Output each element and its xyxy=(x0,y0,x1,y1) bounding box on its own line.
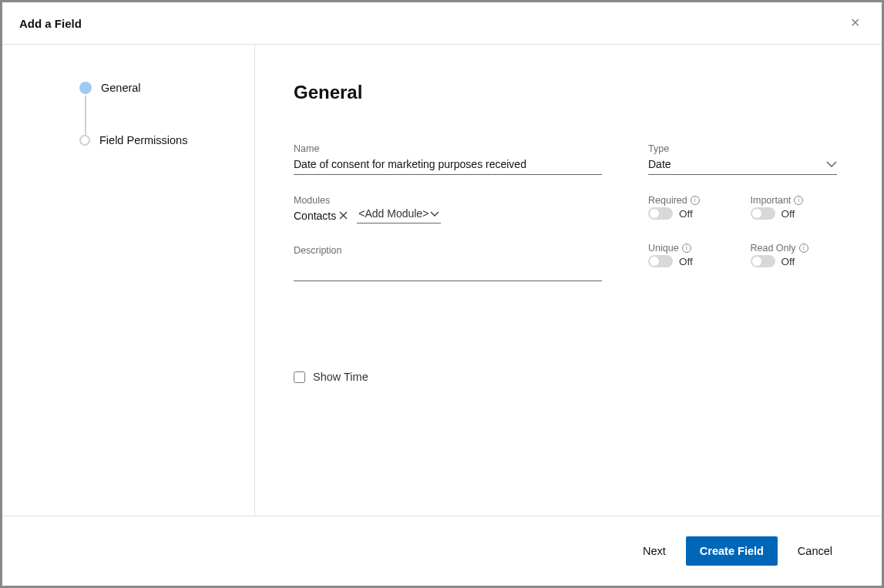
create-field-button[interactable]: Create Field xyxy=(686,536,778,566)
name-label: Name xyxy=(294,143,602,154)
description-field: Description xyxy=(294,245,602,281)
unique-toggle[interactable] xyxy=(648,255,673,267)
required-label: Required i xyxy=(648,195,735,206)
info-icon[interactable]: i xyxy=(691,196,700,205)
step-dot-icon xyxy=(79,135,90,146)
read-only-toggle[interactable] xyxy=(751,255,775,267)
section-title: General xyxy=(294,82,835,103)
type-field: Type Date xyxy=(648,143,837,175)
description-input[interactable] xyxy=(294,257,602,281)
name-field: Name xyxy=(294,143,602,175)
unique-state: Off xyxy=(679,256,693,267)
step-general[interactable]: General xyxy=(79,82,254,94)
read-only-field: Read Only i Off xyxy=(751,243,838,267)
description-label: Description xyxy=(294,245,602,256)
chevron-down-icon xyxy=(430,211,439,217)
dialog-footer: Next Create Field Cancel xyxy=(2,516,882,586)
required-field: Required i Off xyxy=(648,195,735,220)
steps-sidebar: General Field Permissions xyxy=(2,45,255,516)
important-toggle[interactable] xyxy=(751,207,775,220)
info-icon[interactable]: i xyxy=(799,244,808,253)
show-time-checkbox[interactable] xyxy=(294,371,305,383)
important-field: Important i Off xyxy=(751,195,838,220)
dialog-title: Add a Field xyxy=(19,17,82,30)
read-only-state: Off xyxy=(781,256,795,267)
module-chip: Contacts xyxy=(294,210,348,222)
info-icon[interactable]: i xyxy=(794,196,803,205)
step-dot-icon xyxy=(79,82,92,94)
modules-label: Modules xyxy=(294,195,602,206)
important-state: Off xyxy=(781,208,795,220)
toggle-grid: Required i Off Important i xyxy=(648,195,837,267)
dialog-header: Add a Field ✕ xyxy=(2,2,882,45)
info-icon[interactable]: i xyxy=(682,244,691,253)
unique-field: Unique i Off xyxy=(648,243,735,267)
add-module-button[interactable]: <Add Module> xyxy=(357,207,441,223)
modules-row: Contacts <Add Module> xyxy=(294,207,602,223)
next-button[interactable]: Next xyxy=(640,539,669,563)
chevron-down-icon xyxy=(826,161,837,167)
form-main: General Name Type Date xyxy=(255,45,882,516)
show-time-label: Show Time xyxy=(313,371,368,383)
cancel-button[interactable]: Cancel xyxy=(795,539,835,563)
type-label: Type xyxy=(648,143,837,154)
step-connector xyxy=(85,96,86,136)
required-state: Off xyxy=(679,208,693,220)
important-label: Important i xyxy=(751,195,838,206)
required-toggle[interactable] xyxy=(648,207,673,220)
step-label: Field Permissions xyxy=(99,134,187,146)
type-select[interactable]: Date xyxy=(648,156,837,175)
remove-module-icon[interactable] xyxy=(339,210,348,221)
modules-field: Modules Contacts <Add Module> xyxy=(294,195,602,281)
add-field-dialog: Add a Field ✕ General Field Permissions … xyxy=(2,2,882,586)
form-grid: Name Type Date Modules xyxy=(294,143,835,383)
add-module-label: <Add Module> xyxy=(358,207,429,220)
read-only-label: Read Only i xyxy=(751,243,838,254)
unique-label: Unique i xyxy=(648,243,735,254)
step-label: General xyxy=(101,82,141,94)
dialog-body: General Field Permissions General Name T… xyxy=(2,45,882,516)
module-chip-label: Contacts xyxy=(294,210,336,222)
type-value: Date xyxy=(648,158,671,170)
name-input[interactable] xyxy=(294,156,602,175)
close-icon[interactable]: ✕ xyxy=(845,14,865,32)
step-field-permissions[interactable]: Field Permissions xyxy=(79,134,254,146)
show-time-row[interactable]: Show Time xyxy=(294,371,837,383)
